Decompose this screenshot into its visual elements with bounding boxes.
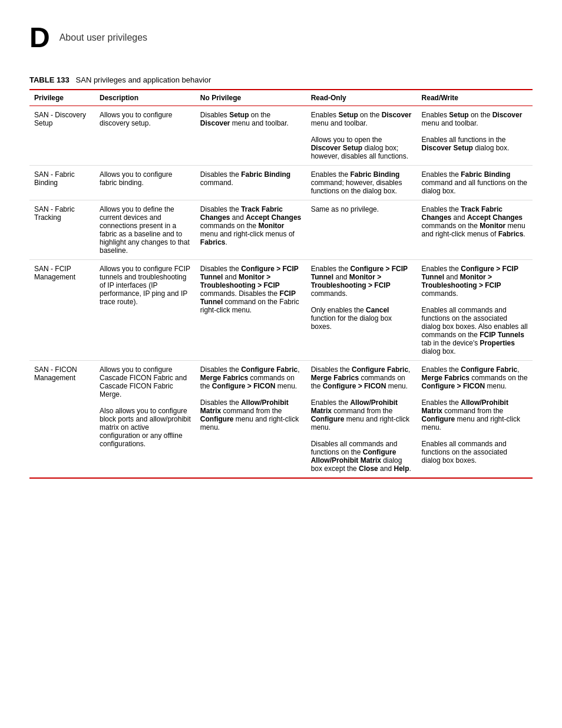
table-caption-title xyxy=(71,75,74,84)
table-cell: SAN - Fabric Tracking xyxy=(29,200,95,260)
table-cell: Disables the Configure > FCIP Tunnel and… xyxy=(196,260,306,361)
table-cell: Enables the Configure > FCIP Tunnel and … xyxy=(417,260,533,361)
table-cell: Disables the Configure Fabric, Merge Fab… xyxy=(196,361,306,479)
col-header-privilege: Privilege xyxy=(29,90,95,106)
table-cell: SAN - FCIP Management xyxy=(29,260,95,361)
table-cell: Enables the Fabric Binding command; howe… xyxy=(306,166,417,200)
table-row: SAN - FICON ManagementAllows you to conf… xyxy=(29,361,533,479)
table-cell: Enables the Configure > FCIP Tunnel and … xyxy=(306,260,417,361)
table-cell: Same as no privilege. xyxy=(306,200,417,260)
table-cell: Allows you to configure fabric binding. xyxy=(95,166,196,200)
table-caption-title-text: SAN privileges and application behavior xyxy=(76,75,211,84)
table-row: SAN - Fabric BindingAllows you to config… xyxy=(29,166,533,200)
table-cell: Enables Setup on the Discover menu and t… xyxy=(306,106,417,166)
table-cell: Disables the Track Fabric Changes and Ac… xyxy=(196,200,306,260)
table-caption: TABLE 133 SAN privileges and application… xyxy=(29,75,533,84)
table-cell: SAN - Discovery Setup xyxy=(29,106,95,166)
header-title: About user privileges xyxy=(59,32,147,43)
chapter-letter: D xyxy=(29,24,50,52)
table-cell: Enables the Track Fabric Changes and Acc… xyxy=(417,200,533,260)
page-header: D About user privileges xyxy=(29,24,533,52)
col-header-noprivilege: No Privilege xyxy=(196,90,306,106)
table-cell: Disables the Fabric Binding command. xyxy=(196,166,306,200)
table-cell: SAN - FICON Management xyxy=(29,361,95,479)
table-cell: Enables the Fabric Binding command and a… xyxy=(417,166,533,200)
table-row: SAN - Discovery SetupAllows you to confi… xyxy=(29,106,533,166)
table-header-row: Privilege Description No Privilege Read-… xyxy=(29,90,533,106)
table-cell: Disables the Configure Fabric, Merge Fab… xyxy=(306,361,417,479)
table-cell: Enables the Configure Fabric, Merge Fabr… xyxy=(417,361,533,479)
table-cell: SAN - Fabric Binding xyxy=(29,166,95,200)
table-cell: Allows you to configure FCIP tunnels and… xyxy=(95,260,196,361)
table-cell: Allows you to define the current devices… xyxy=(95,200,196,260)
table-cell: Allows you to configure Cascade FICON Fa… xyxy=(95,361,196,479)
col-header-description: Description xyxy=(95,90,196,106)
table-cell: Disables Setup on the Discover menu and … xyxy=(196,106,306,166)
table-cell: Allows you to configure discovery setup. xyxy=(95,106,196,166)
table-row: SAN - FCIP ManagementAllows you to confi… xyxy=(29,260,533,361)
table-caption-label: TABLE 133 xyxy=(29,75,70,84)
col-header-readonly: Read-Only xyxy=(306,90,417,106)
table-cell: Enables Setup on the Discover menu and t… xyxy=(417,106,533,166)
col-header-readwrite: Read/Write xyxy=(417,90,533,106)
table-row: SAN - Fabric TrackingAllows you to defin… xyxy=(29,200,533,260)
privileges-table: Privilege Description No Privilege Read-… xyxy=(29,89,533,479)
